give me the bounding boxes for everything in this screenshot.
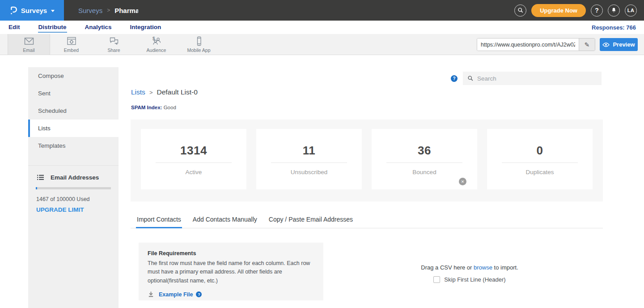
stat-card-unsubscribed[interactable]: 11 Unsubscribed (256, 129, 362, 189)
toolbar-item-share[interactable]: Share (93, 34, 135, 55)
stat-value: 11 (303, 144, 316, 158)
clear-bounced-icon[interactable]: ✕ (459, 178, 466, 185)
email-icon (24, 36, 34, 46)
dropzone-text-before: Drag a CSV here or (421, 264, 474, 271)
file-requirements-box: File Requirements The first row must hav… (139, 243, 323, 300)
sidebar-item-templates[interactable]: Templates (28, 137, 119, 154)
stat-card-duplicates[interactable]: 0 Duplicates (487, 129, 593, 189)
upgrade-now-button[interactable]: Upgrade Now (531, 4, 586, 17)
search-icon (467, 75, 474, 81)
usage-progress-fill (36, 187, 37, 189)
contacts-tabs: Import Contacts Add Contacts Manually Co… (131, 213, 603, 228)
stat-label: Bounced (412, 169, 436, 175)
tab-import-contacts[interactable]: Import Contacts (136, 213, 182, 228)
breadcrumb-current-list: Default List-0 (157, 88, 197, 96)
list-breadcrumb: Lists > Default List-0 (131, 88, 198, 96)
tab-add-contacts-manually[interactable]: Add Contacts Manually (192, 213, 258, 228)
stat-label: Active (186, 169, 202, 175)
tab-analytics[interactable]: Analytics (85, 22, 112, 33)
stat-value: 1314 (180, 144, 207, 158)
file-requirements-title: File Requirements (148, 250, 314, 257)
stat-value: 0 (537, 144, 543, 158)
usage-text: 1467 of 100000 Used (28, 189, 119, 202)
dropzone-text-after: to import. (492, 264, 518, 271)
list-stats-panel: 1314 Active 11 Unsubscribed 36 Bounced ✕… (131, 120, 603, 201)
breadcrumb: Surveys > Pharma (78, 7, 138, 14)
audience-icon: $ (151, 36, 162, 46)
download-icon (148, 291, 154, 298)
toolbar-item-mobile-app[interactable]: Mobile App (178, 34, 220, 55)
email-addresses-section: Email Addresses 1467 of 100000 Used UPGR… (28, 165, 119, 214)
email-addresses-title: Email Addresses (51, 174, 99, 181)
skip-first-line-checkbox[interactable] (433, 276, 440, 283)
stat-label: Duplicates (525, 169, 554, 175)
toolbar-item-label: Email (23, 47, 34, 53)
stat-value: 36 (418, 144, 431, 158)
global-search-button[interactable] (514, 4, 526, 17)
stat-card-bounced[interactable]: 36 Bounced ✕ (372, 129, 477, 189)
main-content: ? Lists > Default List-0 SPAM Index: Goo… (119, 63, 616, 308)
mobile-app-icon (194, 36, 204, 46)
divider (502, 163, 578, 163)
search-input[interactable] (477, 75, 597, 82)
toolbar-item-audience[interactable]: $ Audience (135, 34, 178, 55)
app-menu-label: Surveys (21, 7, 47, 14)
list-help-icon[interactable]: ? (451, 75, 458, 82)
file-requirements-body: The first row must have the field name f… (148, 259, 311, 285)
avatar[interactable]: LA (625, 4, 637, 17)
breadcrumb-lists-link[interactable]: Lists (131, 88, 145, 96)
top-header: Surveys Surveys > Pharma Upgrade Now ? (0, 0, 644, 21)
stat-card-active[interactable]: 1314 Active (141, 129, 246, 189)
survey-url-group: ✎ (477, 38, 595, 51)
tab-edit[interactable]: Edit (8, 22, 21, 33)
breadcrumb-surveys-link[interactable]: Surveys (78, 7, 102, 14)
spam-index-value: Good (164, 105, 176, 110)
email-sidebar: Compose Sent Scheduled Lists Templates E… (28, 67, 119, 308)
csv-dropzone[interactable]: Drag a CSV here or browse to import. Ski… (396, 264, 543, 283)
responses-count[interactable]: Responses: 766 (592, 24, 636, 31)
search-icon (517, 7, 524, 13)
edit-url-button[interactable]: ✎ (579, 38, 595, 51)
browse-link[interactable]: browse (474, 264, 492, 271)
toolbar-item-label: Mobile App (187, 47, 211, 53)
example-file-help-icon[interactable]: ? (196, 291, 202, 297)
breadcrumb-separator: > (107, 7, 110, 13)
survey-nav: Edit Distribute Analytics Integration Re… (0, 21, 644, 34)
contacts-search-box (463, 72, 602, 85)
preview-button[interactable]: Preview (600, 38, 638, 51)
tab-distribute[interactable]: Distribute (38, 22, 67, 33)
example-file-link[interactable]: Example File (159, 291, 193, 298)
app-switcher-menu[interactable]: Surveys (0, 0, 64, 21)
bell-icon (611, 7, 617, 13)
notifications-button[interactable] (608, 4, 620, 17)
tab-copy-paste-email-addresses[interactable]: Copy / Paste Email Addresses (268, 213, 354, 228)
pencil-icon: ✎ (585, 41, 590, 48)
share-icon (109, 36, 119, 46)
sidebar-item-compose[interactable]: Compose (28, 67, 119, 85)
toolbar-item-embed[interactable]: Embed (50, 34, 93, 55)
sidebar-item-scheduled[interactable]: Scheduled (28, 102, 119, 120)
divider (156, 163, 232, 163)
skip-first-line-row: Skip First Line (Header) (396, 276, 543, 283)
stat-label: Unsubscribed (291, 169, 328, 175)
list-icon (36, 174, 45, 181)
eye-icon (602, 43, 610, 47)
tab-integration[interactable]: Integration (130, 22, 162, 33)
questionpro-logo-icon (9, 5, 17, 15)
sidebar-item-sent[interactable]: Sent (28, 85, 119, 102)
survey-url-input[interactable] (477, 38, 579, 51)
toolbar-item-label: Share (107, 47, 120, 53)
help-button[interactable]: ? (591, 4, 603, 17)
toolbar-item-label: Audience (147, 47, 166, 53)
distribute-toolbar: Email Embed Share (0, 34, 644, 55)
sidebar-item-lists[interactable]: Lists (28, 120, 119, 137)
breadcrumb-current-survey[interactable]: Pharma (114, 7, 138, 14)
usage-progress-bar (36, 187, 111, 189)
upgrade-limit-link[interactable]: UPGRADE LIMIT (28, 202, 92, 213)
example-file-row: Example File ? (148, 291, 314, 298)
breadcrumb-separator: > (149, 89, 153, 96)
dropzone-text: Drag a CSV here or browse to import. (396, 264, 543, 271)
email-addresses-header: Email Addresses (28, 170, 119, 187)
chevron-down-icon (51, 10, 55, 12)
toolbar-item-email[interactable]: Email (8, 34, 50, 55)
